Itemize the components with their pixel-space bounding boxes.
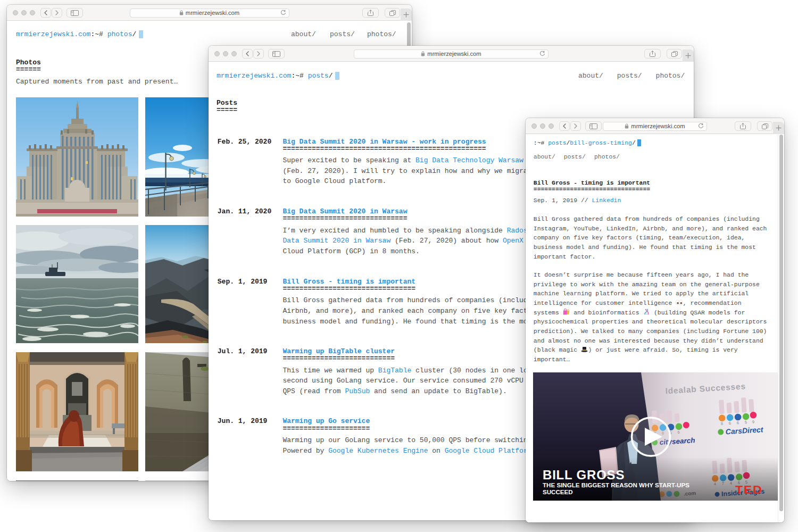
svg-text:6: 6 [737, 420, 739, 425]
svg-text:8: 8 [721, 421, 724, 426]
svg-text:THE SINGLE BIGGEST REASON WHY: THE SINGLE BIGGEST REASON WHY START-UPS [543, 481, 689, 488]
svg-text:6: 6 [677, 430, 680, 435]
svg-text:BILL GROSS: BILL GROSS [543, 468, 625, 482]
svg-text:5: 5 [744, 420, 747, 425]
svg-text:TED: TED [735, 483, 762, 496]
svg-text:SUCCEED: SUCCEED [543, 488, 573, 495]
svg-text:9: 9 [752, 419, 754, 424]
svg-text:6: 6 [729, 421, 732, 426]
